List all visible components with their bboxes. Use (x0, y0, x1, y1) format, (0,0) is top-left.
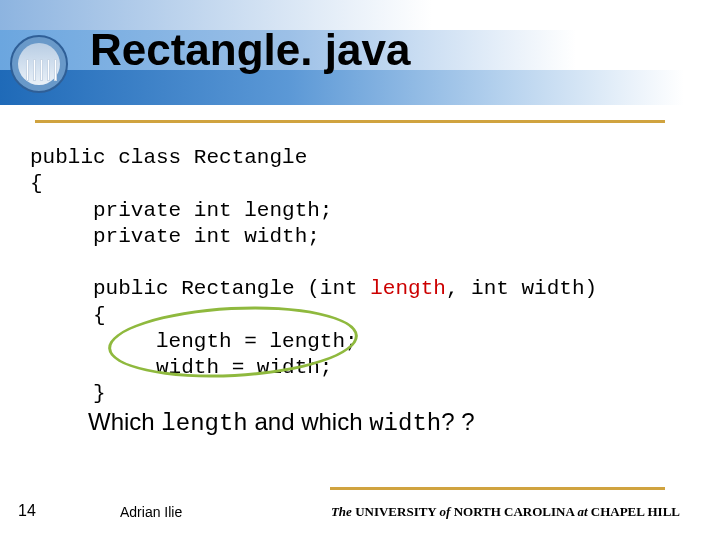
text: NORTH CAROLINA (454, 504, 578, 519)
footer-line (330, 487, 665, 490)
code-inline: length (161, 410, 247, 437)
page-number: 14 (18, 502, 36, 520)
title-underline (35, 120, 665, 123)
question-text: Which length and which width? ? (88, 408, 475, 437)
stripe (0, 70, 720, 105)
code-line: width = width; (30, 356, 332, 379)
code-block: public class Rectangle { private int len… (30, 145, 700, 408)
code-line: private int length; (30, 199, 332, 222)
code-line: { (30, 172, 43, 195)
code-line: private int width; (30, 225, 320, 248)
slide-title: Rectangle. java (90, 25, 410, 75)
code-line: } (30, 382, 106, 405)
code-highlight: length (370, 277, 446, 300)
text: of (440, 504, 454, 519)
unc-well-logo (10, 35, 70, 95)
text: The (331, 504, 355, 519)
text: Which (88, 408, 161, 435)
header-banner: Rectangle. java (0, 0, 720, 110)
code-inline: width (369, 410, 441, 437)
code-line: public class Rectangle (30, 146, 307, 169)
code-line: , int width) (446, 277, 597, 300)
text: at (577, 504, 590, 519)
text: ? ? (441, 408, 474, 435)
text: UNIVERSITY (355, 504, 439, 519)
university-footer: The UNIVERSITY of NORTH CAROLINA at CHAP… (331, 504, 680, 520)
code-line: { (30, 304, 106, 327)
code-line: public Rectangle (int (30, 277, 370, 300)
text: CHAPEL HILL (591, 504, 680, 519)
code-line: length = length; (30, 330, 358, 353)
text: and which (248, 408, 369, 435)
author-name: Adrian Ilie (120, 504, 182, 520)
